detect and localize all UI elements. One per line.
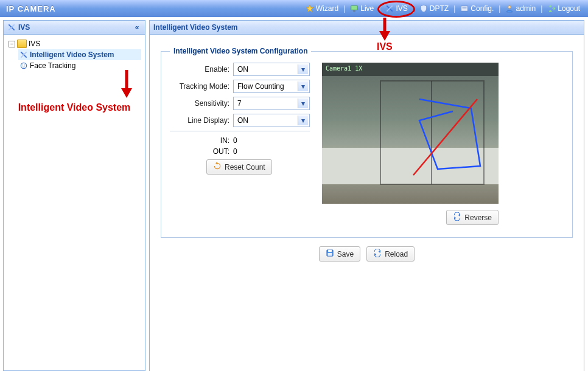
reverse-button[interactable]: Reverse <box>446 210 499 225</box>
svg-rect-2 <box>354 11 356 12</box>
nav-live[interactable]: Live <box>348 3 376 14</box>
folder-icon <box>17 40 27 48</box>
svg-point-9 <box>550 5 552 8</box>
fieldset-legend: Intelligent Video System Configuration <box>170 47 311 55</box>
svg-marker-19 <box>215 162 217 165</box>
tracking-mode-select[interactable]: Flow Counting ▾ <box>233 80 310 93</box>
shield-icon <box>419 4 428 13</box>
swap-icon <box>453 212 461 223</box>
monitor-icon <box>350 4 359 13</box>
nav-wizard[interactable]: Wizard <box>304 3 340 14</box>
config-fieldset: Intelligent Video System Configuration E… <box>161 47 573 238</box>
enable-label: Enable: <box>170 65 233 74</box>
tracking-mode-label: Tracking Mode: <box>170 82 233 91</box>
sidebar: IVS « − IVS Intelligent Video System <box>0 17 145 371</box>
in-label: IN: <box>170 136 233 145</box>
out-label: OUT: <box>170 147 233 156</box>
reset-count-button[interactable]: Reset Count <box>206 159 272 175</box>
svg-line-22 <box>413 99 477 175</box>
chevron-down-icon: ▾ <box>298 81 308 91</box>
tools-icon <box>7 23 16 32</box>
enable-select[interactable]: ON ▾ <box>233 63 310 76</box>
nav-dptz[interactable]: DPTZ <box>418 3 450 14</box>
preview-column: Camera1 1X <box>322 63 564 225</box>
tools-icon <box>385 4 394 13</box>
line-display-select[interactable]: ON ▾ <box>233 114 310 127</box>
main-panel-header: Intelligent Video System <box>150 21 584 35</box>
svg-point-14 <box>21 63 26 68</box>
svg-marker-0 <box>306 5 313 12</box>
main-panel: Intelligent Video System Intelligent Vid… <box>149 20 584 371</box>
header-nav: Wizard | Live | IVS | DPTZ | Config. | a… <box>304 3 582 14</box>
svg-marker-29 <box>375 253 377 256</box>
nav-admin[interactable]: admin <box>503 3 537 14</box>
nav-logout[interactable]: Logout <box>545 3 582 14</box>
in-value: 0 <box>233 136 237 145</box>
sensitivity-label: Sensitivity: <box>170 99 233 108</box>
tree-item-intelligent-video-system[interactable]: Intelligent Video System <box>18 49 141 60</box>
tree-collapse-icon[interactable]: − <box>9 41 15 47</box>
save-icon <box>326 249 334 259</box>
sensitivity-select[interactable]: 7 ▾ <box>233 97 310 110</box>
reload-icon <box>373 249 382 259</box>
sidebar-panel: IVS « − IVS Intelligent Video System <box>3 20 145 371</box>
chevron-down-icon: ▾ <box>298 99 308 108</box>
tools-icon <box>19 50 28 59</box>
collapse-button[interactable]: « <box>133 23 141 32</box>
app-header: IP CAMERA Wizard | Live | IVS | DPTZ | C… <box>0 0 588 17</box>
config-icon <box>460 4 469 13</box>
main-area: Intelligent Video System Intelligent Vid… <box>145 17 588 371</box>
svg-marker-24 <box>455 217 457 220</box>
nav-config[interactable]: Config. <box>458 3 495 14</box>
svg-rect-27 <box>327 253 332 256</box>
camera-preview[interactable]: Camera1 1X <box>322 63 499 204</box>
sidebar-panel-title: IVS <box>18 23 30 32</box>
chevron-down-icon: ▾ <box>298 116 308 125</box>
svg-rect-26 <box>328 250 332 252</box>
svg-point-8 <box>508 5 511 9</box>
user-icon <box>505 4 514 13</box>
nav-ivs[interactable]: IVS <box>383 3 409 14</box>
out-value: 0 <box>233 147 237 156</box>
svg-marker-28 <box>379 250 380 253</box>
save-button[interactable]: Save <box>319 246 360 262</box>
sidebar-panel-header: IVS « <box>4 21 145 35</box>
star-icon <box>306 4 314 13</box>
svg-rect-5 <box>461 6 468 11</box>
config-form: Enable: ON ▾ Tracking Mode: Flow Countin… <box>170 63 310 225</box>
tree-root-ivs[interactable]: − IVS <box>7 38 141 49</box>
svg-point-16 <box>24 64 25 65</box>
sidebar-tree: − IVS Intelligent Video System Face Trac… <box>4 35 145 370</box>
action-buttons-row: Save Reload <box>161 246 573 262</box>
reset-icon <box>213 162 222 172</box>
chevron-down-icon: ▾ <box>298 64 308 74</box>
logout-icon <box>547 4 556 13</box>
reload-button[interactable]: Reload <box>366 246 415 262</box>
svg-point-15 <box>23 64 23 65</box>
main-panel-title: Intelligent Video System <box>153 23 237 32</box>
face-icon <box>19 61 28 70</box>
line-display-label: Line Display: <box>170 116 233 125</box>
camera-overlay <box>322 63 499 204</box>
tree-item-face-tracking[interactable]: Face Tracking <box>18 60 141 71</box>
svg-marker-23 <box>458 213 460 217</box>
app-title: IP CAMERA <box>6 4 56 13</box>
svg-rect-1 <box>351 5 358 10</box>
